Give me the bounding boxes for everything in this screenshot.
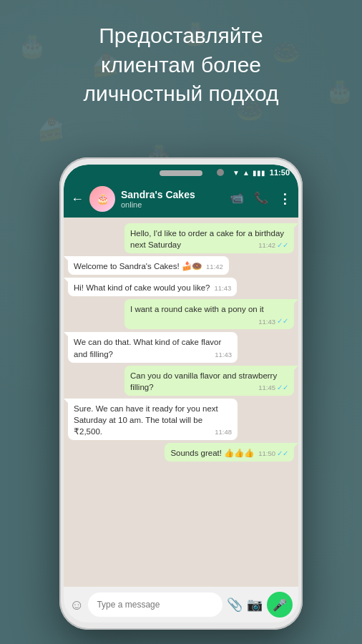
video-call-icon[interactable]: 📹 xyxy=(230,191,244,207)
header-action-icons: 📹 📞 ⋮ xyxy=(230,191,291,207)
message-text: Welcome to Sandra's Cakes! 🍰🍩 xyxy=(74,262,202,270)
battery-icon: ▮▮▮ xyxy=(253,169,265,177)
input-area: ☺ 📎 📷 🎤 xyxy=(64,587,298,623)
message-bubble: Hello, I'd like to order a cake for a bi… xyxy=(124,223,294,253)
phone-frame: ▼ ▲ ▮▮▮ 11:50 ← 🎂 Sandra's Cakes online … xyxy=(59,157,303,630)
message-bubble: Welcome to Sandra's Cakes! 🍰🍩 11:42 xyxy=(68,256,229,275)
message-time: 11:43 xyxy=(215,350,232,359)
message-time: 11:50 xyxy=(258,449,275,458)
message-input[interactable] xyxy=(88,592,222,617)
camera-button[interactable]: 📷 xyxy=(247,597,263,613)
message-bubble: I want a round cake with a pony on it 11… xyxy=(124,299,294,329)
message-text: We can do that. What kind of cake flavor… xyxy=(74,338,221,358)
messages-area: Hello, I'd like to order a cake for a bi… xyxy=(64,218,298,587)
message-meta: 11:42 xyxy=(206,262,223,271)
mic-button[interactable]: 🎤 xyxy=(267,592,293,618)
message-time: 11:43 xyxy=(258,317,275,326)
status-time: 11:50 xyxy=(270,168,290,177)
message-bubble: Hi! What kind of cake would you like? 11… xyxy=(68,278,237,296)
back-button[interactable]: ← xyxy=(71,192,84,207)
message-time: 11:42 xyxy=(206,262,223,271)
message-meta: 11:42 ✓✓ xyxy=(258,240,288,250)
message-meta: 11:48 xyxy=(215,427,232,436)
message-ticks: ✓✓ xyxy=(277,240,288,250)
message-meta: 11:43 ✓✓ xyxy=(258,316,288,326)
emoji-button[interactable]: ☺ xyxy=(69,597,84,613)
voice-call-icon[interactable]: 📞 xyxy=(254,191,268,207)
phone-camera xyxy=(217,169,224,176)
message-meta: 11:43 xyxy=(215,350,232,359)
chat-screen: ▼ ▲ ▮▮▮ 11:50 ← 🎂 Sandra's Cakes online … xyxy=(64,165,298,623)
message-text: Can you do vanilla flavor and strawberry… xyxy=(130,371,277,391)
message-ticks: ✓✓ xyxy=(277,383,288,393)
message-time: 11:43 xyxy=(214,283,231,293)
message-time: 11:45 xyxy=(258,383,275,392)
message-text: Sure. We can have it ready for you next … xyxy=(74,404,218,436)
message-text: Hi! What kind of cake would you like? xyxy=(74,283,210,292)
message-text: I want a round cake with a pony on it xyxy=(130,305,264,313)
contact-status: online xyxy=(121,200,224,209)
wifi-icon: ▲ xyxy=(243,169,250,177)
message-meta: 11:45 ✓✓ xyxy=(258,383,288,393)
message-meta: 11:50 ✓✓ xyxy=(258,449,288,459)
chat-header: ← 🎂 Sandra's Cakes online 📹 📞 ⋮ xyxy=(64,180,298,218)
phone-speaker xyxy=(160,170,202,176)
phone-inner: ▼ ▲ ▮▮▮ 11:50 ← 🎂 Sandra's Cakes online … xyxy=(64,165,298,623)
message-ticks: ✓✓ xyxy=(277,316,288,326)
message-meta: 11:43 xyxy=(214,283,231,293)
contact-name: Sandra's Cakes xyxy=(121,189,224,200)
contact-avatar: 🎂 xyxy=(89,186,115,212)
status-icons: ▼ ▲ ▮▮▮ xyxy=(233,169,265,177)
message-time: 11:42 xyxy=(258,240,275,250)
message-bubble: Sure. We can have it ready for you next … xyxy=(68,399,238,440)
signal-icon: ▼ xyxy=(233,169,240,177)
attach-button[interactable]: 📎 xyxy=(227,597,243,613)
headline: Предоставляйте клиентам более личностный… xyxy=(0,21,362,109)
more-options-icon[interactable]: ⋮ xyxy=(278,191,291,207)
message-ticks: ✓✓ xyxy=(277,449,288,459)
message-text: Sounds great! 👍👍👍 xyxy=(170,449,254,457)
message-bubble: Sounds great! 👍👍👍 11:50 ✓✓ xyxy=(165,443,294,462)
message-bubble: We can do that. What kind of cake flavor… xyxy=(68,332,238,362)
message-bubble: Can you do vanilla flavor and strawberry… xyxy=(124,366,294,396)
message-time: 11:48 xyxy=(215,427,232,436)
contact-info: Sandra's Cakes online xyxy=(121,189,224,209)
